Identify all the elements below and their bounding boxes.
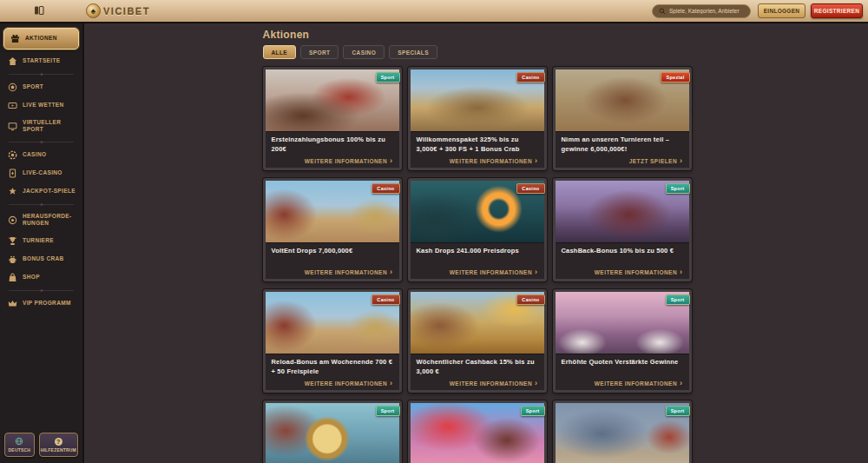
monitor-icon: [8, 122, 17, 131]
promo-image-golden-throne: Casino: [411, 292, 544, 354]
promo-cta-link[interactable]: WEITERE INFORMATIONEN›: [450, 269, 538, 275]
sidebar-nav: AKTIONEN STARTSEITE SPORT LIVE WETTEN VI…: [0, 23, 84, 463]
promo-cta-link[interactable]: WEITERE INFORMATIONEN›: [595, 380, 683, 387]
page-title: Aktionen: [263, 29, 692, 41]
search-bar[interactable]: [652, 4, 751, 18]
spade-logo-icon: ♠: [86, 3, 101, 18]
tab-specials[interactable]: SPECIALS: [389, 45, 437, 59]
sidebar-item-casino[interactable]: CASINO: [0, 146, 82, 164]
sidebar-item-label: JACKPOT-SPIELE: [23, 188, 76, 195]
soccer-ball-icon: [8, 83, 17, 92]
help-label: HILFEZENTRUM: [41, 447, 76, 453]
promo-image-red-flags-rider: Sport: [411, 403, 544, 463]
promo-card[interactable]: Sport Erhöhte Quoten Verstärkte Gewinne …: [553, 289, 692, 393]
sidebar-divider: [9, 204, 74, 205]
promo-image-white-horses: Sport: [556, 292, 689, 354]
site-logo[interactable]: ♠ VICIBET: [86, 3, 150, 18]
target-icon: [8, 215, 17, 225]
promo-title: CashBack-Bonus 10% bis zu 500 €: [562, 247, 683, 256]
tab-sport[interactable]: SPORT: [300, 45, 339, 59]
question-mark-icon: ?: [55, 438, 62, 446]
casino-chip-icon: [8, 150, 17, 160]
language-label: DEUTSCH: [9, 447, 31, 453]
category-badge: Sport: [666, 183, 690, 194]
promo-image-horseman-eagle: Sport: [556, 181, 689, 243]
promo-cta-link[interactable]: WEITERE INFORMATIONEN›: [450, 380, 538, 387]
chevron-right-icon: ›: [680, 269, 682, 275]
jackpot-star-icon: [8, 187, 17, 196]
promo-card[interactable]: Casino Willkommenspaket 325% bis zu 3,00…: [408, 67, 547, 170]
category-badge: Spezial: [661, 72, 689, 83]
help-center-button[interactable]: ? HILFEZENTRUM: [39, 433, 78, 457]
sidebar-item-herausforderungen[interactable]: HERAUSFORDE­RUNGEN: [0, 208, 82, 232]
search-icon: [659, 8, 666, 15]
sidebar-item-live-casino[interactable]: LIVE-CASINO: [0, 164, 82, 182]
promo-cta-link[interactable]: WEITERE INFORMATIONEN›: [305, 380, 393, 387]
promo-cta-link[interactable]: WEITERE INFORMATIONEN›: [595, 269, 683, 275]
promo-image-archer: Casino: [266, 181, 399, 243]
sidebar-toggle-icon[interactable]: [33, 5, 46, 17]
crab-icon: [8, 255, 17, 264]
search-input[interactable]: [669, 8, 744, 14]
promo-card[interactable]: Spezial Nimm an unseren Turnieren teil –…: [553, 67, 692, 170]
live-play-icon: [8, 101, 17, 110]
chevron-right-icon: ›: [680, 158, 682, 164]
sidebar-item-label: AKTIONEN: [25, 35, 57, 42]
promo-card[interactable]: Sport: [408, 400, 547, 463]
register-button[interactable]: REGISTRIEREN: [811, 3, 863, 18]
login-button[interactable]: EINLOGGEN: [758, 3, 806, 18]
category-badge: Casino: [372, 183, 399, 194]
chevron-right-icon: ›: [680, 380, 682, 387]
sidebar-item-label: VIRTUELLER SPORT: [23, 119, 79, 134]
promo-title: Reload-Bonus am Wochenende 700 € + 50 Fr…: [272, 358, 393, 376]
promo-cta-link[interactable]: WEITERE INFORMATIONEN›: [450, 158, 538, 164]
sidebar-item-bonus-crab[interactable]: BONUS CRAB: [0, 250, 82, 268]
promo-card[interactable]: Casino Kash Drops 241.000 Preisdrops WEI…: [408, 178, 547, 281]
promo-image-chariot: Sport: [266, 69, 399, 132]
sidebar-item-virtueller-sport[interactable]: VIRTUELLER SPORT: [0, 115, 82, 138]
sidebar-item-turniere[interactable]: TURNIERE: [0, 232, 82, 250]
sidebar-item-startseite[interactable]: STARTSEITE: [0, 52, 82, 70]
promo-title: Erhöhte Quoten Verstärkte Gewinne: [562, 358, 683, 367]
promo-title: VoltEnt Drops 7,000,000€: [272, 247, 393, 256]
sidebar-item-vip-programm[interactable]: VIP PROGRAMM: [0, 294, 82, 313]
promo-card[interactable]: Sport Ersteinzahlungsbonus 100% bis zu 2…: [263, 67, 402, 170]
promo-image-fire-ring: Casino: [411, 181, 544, 243]
promo-card[interactable]: Casino VoltEnt Drops 7,000,000€ WEITERE …: [263, 178, 402, 281]
chevron-right-icon: ›: [390, 158, 392, 164]
promo-cta-link[interactable]: JETZT SPIELEN›: [629, 158, 683, 164]
sidebar-item-label: LIVE-CASINO: [23, 169, 62, 176]
sidebar-item-label: HERAUSFORDE­RUNGEN: [23, 213, 79, 228]
gift-icon: [10, 34, 20, 43]
sidebar-item-label: STARTSEITE: [23, 57, 60, 64]
sidebar-item-jackpot-spiele[interactable]: JACKPOT-SPIELE: [0, 182, 82, 201]
sidebar-item-live-wetten[interactable]: LIVE WETTEN: [0, 96, 82, 115]
promo-title: Nimm an unseren Turnieren teil – gewinne…: [562, 136, 683, 154]
promo-card[interactable]: Casino Reload-Bonus am Wochenende 700 € …: [263, 289, 402, 393]
sidebar-item-shop[interactable]: SHOP: [0, 268, 82, 287]
sidebar-item-label: LIVE WETTEN: [23, 102, 64, 109]
sidebar-item-aktionen[interactable]: AKTIONEN: [3, 28, 79, 50]
top-bar: ♠ VICIBET EINLOGGEN REGISTRIEREN: [0, 0, 868, 23]
promo-card[interactable]: Sport CashBack-Bonus 10% bis zu 500 € WE…: [553, 178, 692, 281]
promo-cta-link[interactable]: WEITERE INFORMATIONEN›: [305, 269, 393, 275]
sidebar-footer: DEUTSCH ? HILFEZENTRUM: [0, 427, 82, 463]
tab-alle[interactable]: ALLE: [263, 45, 297, 59]
sidebar-divider: [9, 142, 74, 142]
category-badge: Sport: [376, 406, 400, 416]
logo-text: VICIBET: [103, 6, 150, 17]
category-badge: Sport: [666, 406, 690, 416]
trophy-icon: [8, 236, 17, 246]
promo-card[interactable]: Casino Wöchentlicher Cashback 15% bis zu…: [408, 289, 547, 393]
language-button[interactable]: DEUTSCH: [4, 433, 35, 457]
sidebar-item-sport[interactable]: SPORT: [0, 78, 82, 96]
promo-image-golden-shield: Sport: [266, 403, 399, 463]
sidebar-item-label: SPORT: [23, 83, 43, 90]
promo-grid: Sport Ersteinzahlungsbonus 100% bis zu 2…: [263, 67, 692, 463]
tab-casino[interactable]: CASINO: [343, 45, 385, 59]
promo-card[interactable]: Sport: [263, 400, 402, 463]
sidebar-item-label: CASINO: [23, 151, 46, 158]
promo-image-archer-desert: Casino: [266, 292, 399, 354]
promo-card[interactable]: Sport: [553, 400, 692, 463]
promo-cta-link[interactable]: WEITERE INFORMATIONEN›: [305, 158, 393, 164]
